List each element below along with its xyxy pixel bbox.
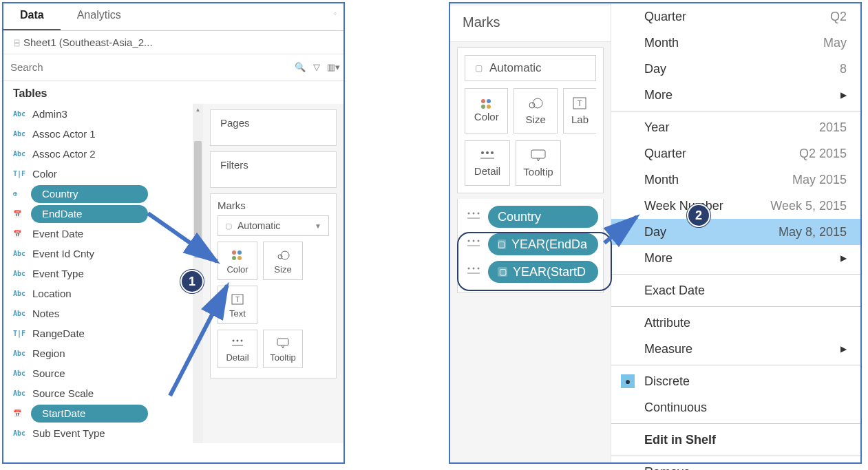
menu-week-trunc[interactable]: Week NumberWeek 5, 2015 — [611, 193, 860, 219]
mark-detail-button[interactable]: Detail — [218, 330, 257, 368]
tab-collapse-icon[interactable]: ◦ — [327, 3, 343, 30]
field-label: Event Id Cnty — [32, 248, 94, 259]
filter-icon[interactable]: ▽ — [310, 61, 323, 74]
field-color[interactable]: T|FColor — [3, 164, 193, 184]
mark-detail-label: Detail — [226, 352, 248, 363]
menu-quarter-part[interactable]: QuarterQ2 — [611, 3, 860, 30]
color-icon — [481, 99, 492, 109]
menu-remove[interactable]: Remove — [611, 459, 860, 470]
field-label: Sub Event Type — [32, 427, 105, 439]
mark-color-button-2[interactable]: Color — [465, 88, 508, 133]
boolean-icon: T|F — [13, 170, 28, 178]
menu-attribute[interactable]: Attribute — [611, 310, 860, 336]
field-event-date[interactable]: 📅Event Date — [3, 224, 193, 244]
string-icon: Abc — [13, 110, 28, 118]
field-label: Notes — [32, 308, 59, 319]
tab-analytics[interactable]: Analytics — [61, 3, 138, 30]
field-admin3[interactable]: AbcAdmin3 — [3, 104, 193, 124]
field-startdate[interactable]: 📅StartDate — [3, 403, 193, 423]
mark-detail-button-2[interactable]: Detail — [465, 140, 510, 186]
menu-month-part[interactable]: MonthMay — [611, 30, 860, 56]
field-country[interactable]: ⊕Country — [3, 184, 193, 204]
scroll-up-icon[interactable]: ▲ — [193, 104, 203, 115]
mark-size-button-2[interactable]: Size — [514, 88, 557, 133]
field-label: Region — [32, 348, 65, 359]
menu-label: Day — [644, 225, 666, 239]
field-location[interactable]: AbcLocation — [3, 284, 193, 303]
menu-year-trunc[interactable]: Year2015 — [611, 114, 860, 140]
check-icon: ● — [621, 374, 635, 388]
search-row: 🔍 ▽ ▥▾ — [3, 54, 343, 81]
date-context-menu: QuarterQ2 MonthMay Day8 More▶ Year2015 Q… — [611, 3, 860, 462]
scroll-thumb[interactable] — [194, 141, 202, 258]
pill-country[interactable]: Country — [488, 206, 598, 228]
view-icon[interactable]: ▥▾ — [327, 61, 339, 74]
field-event-id-cnty[interactable]: AbcEvent Id Cnty — [3, 244, 193, 264]
mark-text-button[interactable]: T Text — [218, 286, 257, 324]
menu-day-part[interactable]: Day8 — [611, 56, 860, 82]
svg-rect-19 — [531, 150, 545, 158]
mark-tooltip-button-2[interactable]: Tooltip — [516, 140, 561, 186]
filters-label: Filters — [211, 152, 336, 187]
marks-type-select[interactable]: ▢ Automatic ▼ — [218, 215, 329, 236]
field-assoc-actor-1[interactable]: AbcAssoc Actor 1 — [3, 124, 193, 144]
menu-separator — [611, 306, 860, 307]
submenu-arrow-icon: ▶ — [840, 344, 847, 354]
geo-icon: ⊕ — [13, 190, 28, 197]
pill-row-country[interactable]: Country — [463, 203, 597, 231]
string-icon: Abc — [13, 310, 28, 317]
string-icon: Abc — [13, 429, 28, 437]
field-assoc-actor-2[interactable]: AbcAssoc Actor 2 — [3, 144, 193, 164]
field-label: Source — [32, 367, 65, 379]
string-icon: Abc — [13, 350, 28, 357]
field-source-scale[interactable]: AbcSource Scale — [3, 383, 193, 403]
filters-shelf[interactable]: Filters — [210, 151, 337, 188]
search-icon[interactable]: 🔍 — [294, 61, 306, 74]
menu-quarter-trunc[interactable]: QuarterQ2 2015 — [611, 140, 860, 167]
field-pill: StartDate — [31, 405, 148, 423]
datasource-row[interactable]: ⌸ Sheet1 (Southeast-Asia_2... — [3, 31, 343, 54]
menu-continuous[interactable]: Continuous — [611, 394, 860, 420]
menu-label: More — [644, 88, 673, 103]
field-sub-event-type[interactable]: AbcSub Event Type — [3, 423, 193, 443]
mark-detail-label-2: Detail — [474, 165, 500, 177]
step-badge-2: 2 — [687, 204, 710, 227]
mark-color-button[interactable]: Color — [218, 242, 257, 280]
mark-tooltip-button[interactable]: Tooltip — [263, 330, 303, 368]
field-event-type[interactable]: AbcEvent Type — [3, 264, 193, 284]
menu-label: Quarter — [644, 147, 686, 161]
menu-more-part[interactable]: More▶ — [611, 82, 860, 108]
menu-measure[interactable]: Measure▶ — [611, 336, 860, 362]
menu-edit-in-shelf[interactable]: Edit in Shelf — [611, 427, 860, 453]
size-icon — [527, 97, 544, 111]
field-region[interactable]: AbcRegion — [3, 343, 193, 363]
menu-label: Day — [644, 62, 666, 76]
menu-more-trunc[interactable]: More▶ — [611, 245, 860, 271]
field-notes[interactable]: AbcNotes — [3, 303, 193, 323]
field-label: Assoc Actor 2 — [32, 148, 96, 160]
mark-buttons-row2: Detail Tooltip — [218, 330, 329, 368]
mark-label-label-2: Lab — [571, 114, 589, 125]
menu-exact-date[interactable]: Exact Date — [611, 277, 860, 303]
pages-label: Pages — [211, 110, 336, 145]
mark-label-button-2[interactable]: T Lab — [563, 88, 596, 133]
search-input[interactable] — [10, 57, 290, 77]
svg-point-17 — [491, 151, 494, 154]
marks-title-2: Marks — [450, 6, 611, 42]
menu-day-trunc[interactable]: DayMay 8, 2015 — [611, 219, 860, 245]
size-icon — [276, 248, 290, 263]
menu-discrete[interactable]: ●Discrete — [611, 368, 860, 394]
menu-label: Measure — [644, 342, 692, 356]
mark-size-button[interactable]: Size — [263, 242, 303, 280]
left-panel: Data Analytics ◦ ⌸ Sheet1 (Southeast-Asi… — [2, 2, 345, 464]
field-rangedate[interactable]: T|FRangeDate — [3, 323, 193, 343]
marks-type-select-2[interactable]: ▢ Automatic — [465, 55, 596, 81]
svg-point-5 — [237, 339, 239, 341]
mark-tooltip-label: Tooltip — [270, 352, 296, 363]
menu-month-trunc[interactable]: MonthMay 2015 — [611, 167, 860, 193]
marks-card: Marks ▢ Automatic ▼ Color Size — [210, 193, 337, 378]
pages-shelf[interactable]: Pages — [210, 109, 337, 146]
field-enddate[interactable]: 📅EndDate — [3, 204, 193, 224]
field-source[interactable]: AbcSource — [3, 363, 193, 383]
tab-data[interactable]: Data — [3, 3, 61, 30]
